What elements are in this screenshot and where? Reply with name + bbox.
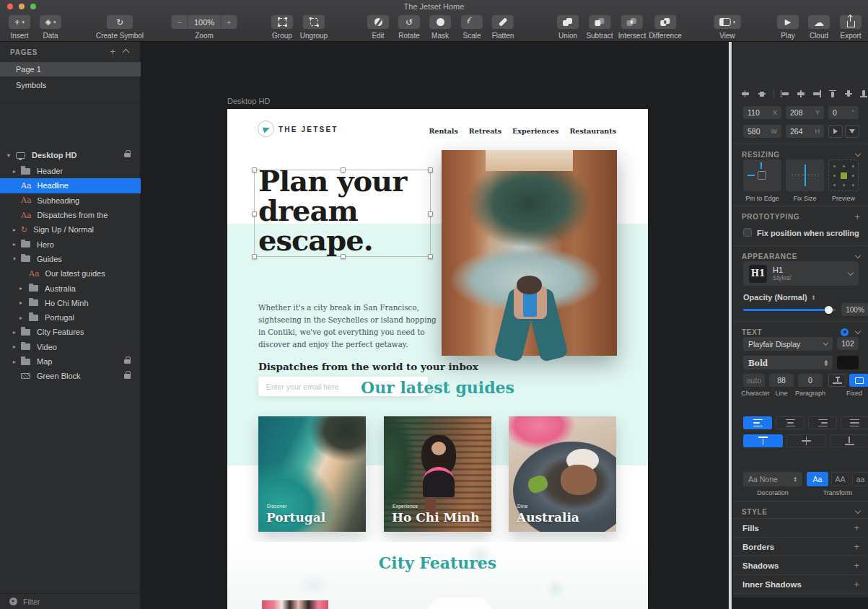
selection-handle[interactable]	[341, 254, 346, 259]
font-size-field[interactable]: 102	[837, 337, 859, 350]
font-family-dropdown[interactable]: Playfair Display	[743, 337, 833, 351]
layer-row-portugal[interactable]: ▸ Portugal	[0, 310, 141, 325]
add-page-icon[interactable]: +	[110, 46, 115, 57]
scale-button[interactable]: Scale	[461, 15, 483, 40]
height-field[interactable]: 264H	[786, 125, 824, 138]
edit-button[interactable]: Edit	[367, 15, 389, 40]
newsletter-heading[interactable]: Dispatches from the world to your inbox	[258, 361, 478, 372]
insert-button[interactable]: +▾ Insert	[9, 15, 30, 40]
zoom-in-button[interactable]: +	[221, 18, 237, 27]
line-spacing-field[interactable]: 88	[769, 374, 794, 387]
shadows-row[interactable]: Shadows+	[733, 556, 868, 574]
layer-row-ho-chi-minh[interactable]: ▸ Ho Chi Minh	[0, 296, 141, 310]
slider-knob[interactable]	[825, 306, 833, 314]
play-button[interactable]: ▶ Play	[777, 15, 799, 40]
selection-handle[interactable]	[341, 167, 346, 172]
chevron-down-icon[interactable]	[855, 507, 861, 513]
layer-row-header[interactable]: ▸ Header	[0, 164, 141, 178]
artboard-label[interactable]: Desktop HD	[227, 97, 270, 105]
paragraph-spacing-field[interactable]: 0	[798, 374, 823, 387]
vertical-align-middle-button[interactable]	[786, 434, 826, 447]
layer-row-guides[interactable]: ▾ Guides	[0, 252, 141, 266]
canvas[interactable]: Desktop HD THE JETSET Rentals Retreats E…	[141, 42, 729, 609]
guide-card-portugal[interactable]: Discover Portugal	[258, 416, 366, 532]
chevron-down-icon[interactable]	[855, 150, 861, 156]
page-item-page1[interactable]: Page 1	[0, 62, 141, 76]
lock-icon[interactable]	[124, 374, 131, 379]
zoom-out-button[interactable]: −	[171, 18, 187, 27]
distribute-horizontally-button[interactable]	[738, 88, 752, 99]
filter-bar[interactable]: Filter	[0, 593, 141, 609]
cloud-button[interactable]: ☁ Cloud	[808, 15, 830, 40]
text-color-swatch[interactable]	[837, 356, 859, 369]
artboard-desktop-hd[interactable]: THE JETSET Rentals Retreats Experiences …	[227, 109, 648, 609]
expander-right-icon[interactable]: ▸	[13, 168, 16, 175]
selection-handle[interactable]	[252, 211, 257, 216]
zoom-control[interactable]: − 100% + Zoom	[171, 15, 237, 40]
layer-row-city-features[interactable]: ▸ City Features	[0, 325, 141, 339]
layer-row-dispatches[interactable]: Aa Dispatches from the	[0, 208, 141, 222]
subheading-text[interactable]: Whether it's a city break in San Francis…	[258, 302, 444, 351]
city-feature-image[interactable]	[262, 600, 328, 609]
text-align-right-button[interactable]	[808, 416, 837, 429]
city-feature-shape[interactable]	[428, 597, 492, 609]
vertical-align-bottom-button[interactable]	[830, 434, 868, 447]
layer-row-video[interactable]: ▸ Video	[0, 340, 141, 354]
fixed-size-button[interactable]	[849, 374, 868, 387]
data-button[interactable]: ◈▾ Data	[40, 15, 61, 40]
expander-down-icon[interactable]: ▾	[7, 152, 10, 159]
layer-row-subheading[interactable]: Aa Subheading	[0, 193, 141, 208]
transform-lowercase-button[interactable]: aa	[852, 472, 868, 486]
align-bottom-button[interactable]	[856, 88, 868, 99]
flatten-button[interactable]: Flatten	[492, 15, 514, 40]
expander-right-icon[interactable]: ▸	[19, 285, 22, 292]
rotate-button[interactable]: ↺ Rotate	[398, 15, 420, 40]
flip-horizontal-button[interactable]	[828, 125, 843, 138]
add-prototype-icon[interactable]: +	[854, 212, 860, 222]
expander-right-icon[interactable]: ▸	[19, 315, 22, 321]
rotation-field[interactable]: 0°	[828, 106, 859, 119]
auto-height-button[interactable]	[828, 374, 846, 387]
hero-image[interactable]	[442, 150, 617, 356]
jetset-logo-icon[interactable]	[258, 121, 274, 137]
align-center-horizontal-button[interactable]	[794, 88, 807, 99]
layer-row-headline-selected[interactable]: Aa Headline	[0, 178, 141, 193]
ungroup-button[interactable]: Ungroup	[300, 15, 328, 40]
expander-right-icon[interactable]: ▸	[19, 299, 22, 306]
intersect-button[interactable]: Intersect	[618, 15, 646, 40]
align-left-button[interactable]	[778, 88, 792, 99]
difference-button[interactable]: Difference	[649, 15, 681, 40]
nav-link-retreats[interactable]: Retreats	[469, 127, 501, 135]
add-shadow-icon[interactable]: +	[854, 561, 859, 570]
x-position-field[interactable]: 110X	[743, 106, 781, 119]
selection-handle[interactable]	[428, 211, 433, 216]
expander-right-icon[interactable]: ▸	[13, 343, 16, 350]
layer-row-signup[interactable]: ▸ ↻ Sign Up / Normal	[0, 222, 141, 237]
opacity-stepper[interactable]: ▲▼	[812, 294, 815, 301]
opacity-value[interactable]: 100%	[841, 303, 868, 316]
fix-position-row[interactable]: Fix position when scrolling	[733, 228, 868, 238]
align-right-button[interactable]	[810, 88, 823, 99]
lock-icon[interactable]	[124, 153, 131, 158]
nav-link-experiences[interactable]: Experiences	[512, 127, 558, 135]
expander-down-icon[interactable]: ▾	[13, 255, 16, 262]
text-style-dropdown[interactable]: H1 H1Styles/	[743, 261, 859, 286]
text-align-center-button[interactable]	[776, 416, 805, 429]
distribute-vertically-button[interactable]	[755, 88, 768, 99]
collapse-pages-icon[interactable]	[123, 49, 130, 56]
vertical-align-top-button[interactable]	[743, 434, 783, 447]
gear-icon[interactable]	[841, 328, 849, 336]
chevron-down-icon[interactable]	[855, 328, 861, 333]
guides-heading[interactable]: Our latest guides	[227, 378, 648, 397]
create-symbol-button[interactable]: ↻ Create Symbol	[96, 15, 144, 40]
brand-name[interactable]: THE JETSET	[279, 126, 338, 133]
subtract-button[interactable]: Subtract	[586, 15, 613, 40]
nav-link-restaurants[interactable]: Restaurants	[569, 127, 616, 135]
text-align-justify-button[interactable]	[841, 416, 868, 429]
add-fill-icon[interactable]: +	[854, 523, 859, 533]
font-weight-dropdown[interactable]: Bold▲▼	[743, 356, 833, 369]
transform-none-button[interactable]: Aa	[807, 472, 828, 486]
opacity-slider[interactable]	[743, 309, 836, 311]
text-align-left-button[interactable]	[743, 416, 772, 429]
selection-handle[interactable]	[252, 254, 257, 259]
